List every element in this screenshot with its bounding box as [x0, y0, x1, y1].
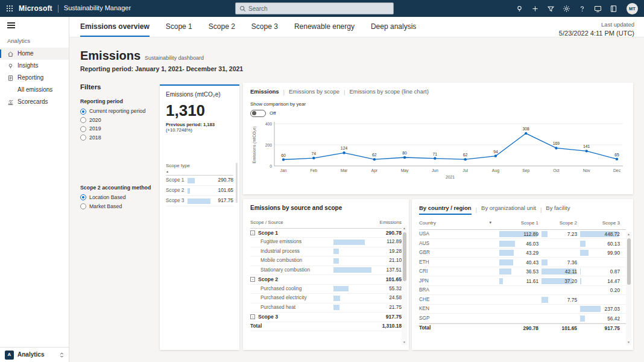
feedback-icon[interactable] [594, 5, 602, 13]
sidebar-item-scorecards[interactable]: Scorecards [0, 96, 69, 108]
source-row-purchased-electricity[interactable]: Purchased electricity24.58 [250, 294, 402, 303]
menu-icon[interactable] [7, 22, 15, 28]
source-value: 21.75 [371, 305, 402, 311]
search-icon [239, 5, 246, 12]
filter-icon[interactable] [547, 5, 555, 13]
country-name: SGP [419, 316, 496, 322]
source-row-industrial-process[interactable]: Industrial process19.28 [250, 247, 402, 257]
search-box[interactable] [235, 2, 394, 14]
collapse-icon[interactable]: - [250, 230, 255, 235]
scroll-up-icon[interactable]: ▲ [627, 232, 630, 237]
tab-scope-1[interactable]: Scope 1 [166, 22, 192, 37]
scroll-track[interactable] [626, 237, 631, 340]
tab-scope-2[interactable]: Scope 2 [209, 22, 235, 37]
label-zone: Industrial process [250, 249, 333, 255]
comparison-toggle[interactable] [250, 110, 266, 117]
radio-option-current-reporting-period[interactable]: Current reporting period [80, 108, 156, 115]
source-row-fugitive-emissions[interactable]: Fugitive emissions112.89 [250, 238, 402, 247]
source-row-purchased-heat[interactable]: Purchased heat21.75 [250, 303, 402, 313]
radio-option-location-based[interactable]: Location Based [80, 194, 156, 201]
tab-deep-analysis[interactable]: Deep analysis [371, 22, 416, 37]
country-row-sgp[interactable]: SGP56.42 [419, 314, 626, 323]
value-cell [538, 316, 577, 322]
lightbulb-icon[interactable] [516, 5, 523, 13]
col-scope3[interactable]: Scope 3 [577, 220, 620, 226]
tab-emissions-overview[interactable]: Emissions overview [80, 22, 150, 37]
source-value: 112.89 [371, 239, 402, 245]
country-row-ken[interactable]: KEN237.03 [419, 305, 626, 314]
country-row-bra[interactable]: BRA0.20 [419, 286, 626, 296]
scroll-thumb[interactable] [403, 232, 406, 281]
tab-emissions-by-scope[interactable]: Emissions by scope [289, 88, 339, 96]
scope-value: 290.78 [210, 177, 233, 183]
sidebar-footer[interactable]: A Analytics [0, 347, 69, 362]
source-row-purchased-cooling[interactable]: Purchased cooling55.32 [250, 285, 402, 294]
country-row-jpn[interactable]: JPN11.6137.2014.47 [419, 276, 626, 286]
source-scrollbar[interactable]: ▲ ▼ [402, 226, 407, 345]
value-cell [496, 316, 538, 322]
label-zone: -Scope 1 [250, 230, 333, 236]
col-scope2[interactable]: Scope 2 [538, 220, 577, 226]
sidebar-item-reporting[interactable]: Reporting [0, 72, 69, 84]
radio-option-market-based[interactable]: Market Based [80, 203, 156, 210]
scroll-track[interactable] [402, 231, 407, 340]
search-input[interactable] [248, 5, 390, 12]
scroll-thumb[interactable] [627, 238, 631, 285]
brand-text: Microsoft [19, 4, 52, 13]
scope-type-row[interactable]: Scope 2101.65 [166, 186, 233, 196]
country-row-usa[interactable]: USA112.897.23448.72 [419, 230, 626, 240]
tab-by-facility[interactable]: By facility [546, 205, 570, 215]
kpi-scrollbar[interactable] [236, 163, 238, 203]
tab-emissions[interactable]: Emissions [250, 88, 279, 96]
tab-by-country-region[interactable]: By country / region [419, 205, 472, 215]
scroll-down-icon[interactable]: ▼ [627, 340, 630, 345]
help-icon[interactable] [578, 5, 586, 13]
source-row-scope-3[interactable]: -Scope 3917.75 [250, 313, 402, 322]
sidebar-item-home[interactable]: Home [0, 48, 69, 60]
app-launcher-icon[interactable] [6, 5, 13, 12]
col-scope1[interactable]: Scope 1 [496, 220, 538, 226]
scope-type-column-header[interactable]: Scope type ▲ [166, 163, 233, 176]
radio-option-2018[interactable]: 2018 [80, 135, 156, 141]
collapse-icon[interactable]: - [250, 314, 255, 319]
country-scrollbar[interactable]: ▲ ▼ [626, 232, 631, 345]
source-row-scope-1[interactable]: -Scope 1290.78 [250, 229, 402, 238]
radio-option-2020[interactable]: 2020 [80, 117, 156, 124]
col-emissions[interactable]: Emissions [365, 220, 402, 226]
tab-emissions-by-scope-line-chart[interactable]: Emissions by scope (line chart) [349, 88, 428, 96]
col-country[interactable]: Country▾ [419, 220, 496, 226]
scope-type-row[interactable]: Scope 1290.78 [166, 176, 233, 186]
tab-scope-3[interactable]: Scope 3 [251, 22, 278, 37]
radio-option-2019[interactable]: 2019 [80, 125, 156, 132]
sidebar-item-all-emissions[interactable]: All emissions [0, 84, 69, 96]
scroll-up-icon[interactable]: ▲ [403, 226, 406, 231]
country-row-eth[interactable]: ETH40.437.36 [419, 258, 626, 267]
country-total-row[interactable]: Total290.78101.65917.75 [419, 323, 626, 333]
settings-icon[interactable] [563, 5, 570, 13]
topbar-divider [58, 5, 58, 13]
source-row-scope-2[interactable]: -Scope 2101.65 [250, 275, 402, 285]
source-label: Scope 3 [258, 314, 278, 320]
avatar[interactable]: MT [627, 3, 638, 14]
value-cell: 917.75 [577, 325, 620, 331]
tab-by-organizational-unit[interactable]: By organizational unit [481, 205, 536, 215]
expand-collapse-icon[interactable] [60, 352, 64, 358]
tab-renewable-energy[interactable]: Renewable energy [294, 22, 355, 37]
source-row-mobile-combustion[interactable]: Mobile combustion21.10 [250, 256, 402, 266]
source-row-stationary-combustion[interactable]: Stationary combustion137.51 [250, 266, 402, 276]
add-icon[interactable] [531, 5, 539, 13]
comparison-toggle-label: Show comparison by year [250, 101, 626, 107]
source-total-row[interactable]: Total1,310.18 [250, 322, 402, 332]
country-row-cri[interactable]: CRI36.5342.110.87 [419, 267, 626, 277]
scope-type-row[interactable]: Scope 3917.75 [166, 196, 233, 206]
svg-text:May: May [401, 168, 409, 173]
country-row-aus[interactable]: AUS46.0360.13 [419, 239, 626, 249]
collapse-icon[interactable]: - [250, 277, 255, 282]
emissions-by-country-card: By country / region|By organizational un… [412, 199, 633, 350]
scroll-down-icon[interactable]: ▼ [403, 340, 406, 345]
guide-icon[interactable] [610, 5, 617, 13]
country-row-che[interactable]: CHE7.75 [419, 295, 626, 305]
col-scope-source[interactable]: Scope / Source [250, 220, 365, 226]
country-row-gbr[interactable]: GBR43.2999.90 [419, 249, 626, 258]
sidebar-item-insights[interactable]: Insights [0, 60, 69, 72]
